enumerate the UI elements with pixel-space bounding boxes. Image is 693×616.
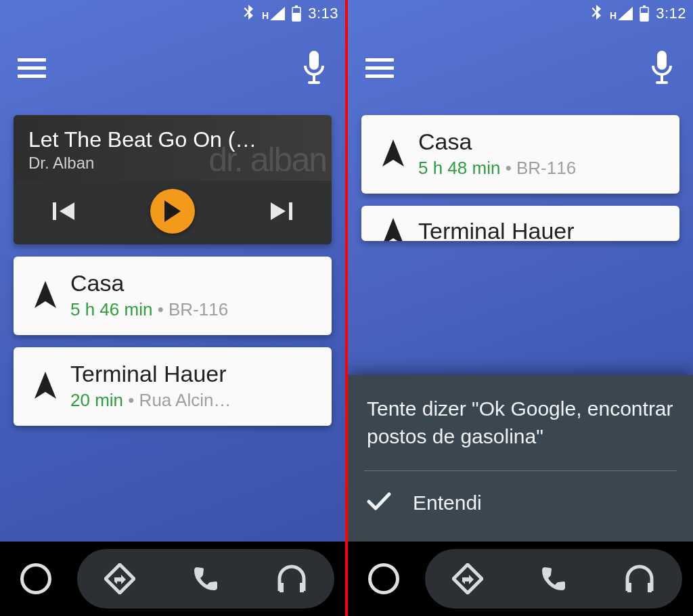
content-area: dr. alban Let The Beat Go On (… Dr. Alba… <box>0 108 345 542</box>
headphones-button[interactable] <box>619 558 660 599</box>
svg-rect-12 <box>661 74 663 81</box>
svg-rect-7 <box>289 202 292 220</box>
play-button[interactable] <box>150 189 195 234</box>
directions-button[interactable] <box>99 558 140 599</box>
home-button[interactable] <box>20 563 51 594</box>
navigate-icon <box>378 217 409 241</box>
nav-card-casa[interactable]: Casa 5 h 46 min • BR-116 <box>14 257 332 335</box>
music-controls <box>14 181 332 244</box>
previous-button[interactable] <box>48 194 82 228</box>
phone-button[interactable] <box>185 558 226 599</box>
top-bar <box>0 27 345 108</box>
track-artist: Dr. Alban <box>28 154 317 173</box>
clock: 3:13 <box>308 5 338 22</box>
track-title: Let The Beat Go On (… <box>28 127 317 152</box>
nav-title: Casa <box>70 270 319 296</box>
top-bar <box>348 27 693 108</box>
phone-button[interactable] <box>533 558 574 599</box>
battery-icon <box>292 5 301 22</box>
nav-title: Terminal Hauer <box>418 218 667 241</box>
next-button[interactable] <box>263 194 297 228</box>
home-button[interactable] <box>368 563 399 594</box>
nav-card-terminal[interactable]: Terminal Hauer <box>361 206 679 241</box>
svg-rect-2 <box>292 13 300 21</box>
network-h-icon: H <box>262 7 285 20</box>
svg-rect-13 <box>656 81 668 84</box>
nav-pill <box>77 549 334 609</box>
mic-button[interactable] <box>648 49 675 87</box>
navigate-icon <box>30 280 61 311</box>
screen-left: H 3:13 dr. alban Let The Beat Go <box>0 0 345 616</box>
nav-eta: 5 h 48 min <box>418 158 500 178</box>
bottom-nav <box>0 542 345 616</box>
status-bar: H 3:12 <box>348 0 693 27</box>
status-bar: H 3:13 <box>0 0 345 27</box>
nav-card-terminal[interactable]: Terminal Hauer 20 min • Rua Alcin… <box>14 347 332 426</box>
screen-right: H 3:12 Casa <box>348 0 693 616</box>
music-card[interactable]: dr. alban Let The Beat Go On (… Dr. Alba… <box>14 115 332 244</box>
headphones-button[interactable] <box>271 558 312 599</box>
got-it-button[interactable]: Entendi <box>367 471 674 514</box>
svg-rect-3 <box>309 51 319 70</box>
voice-tip-text: Tente dizer "Ok Google, encontrar postos… <box>367 395 674 450</box>
directions-button[interactable] <box>447 558 488 599</box>
check-icon <box>367 491 391 514</box>
nav-subtitle: 5 h 46 min • BR-116 <box>70 299 319 320</box>
svg-rect-10 <box>640 13 648 21</box>
clock: 3:12 <box>656 5 686 22</box>
menu-button[interactable] <box>18 58 46 78</box>
svg-rect-6 <box>53 202 56 220</box>
nav-subtitle: 20 min • Rua Alcin… <box>70 390 319 411</box>
mic-button[interactable] <box>300 49 328 87</box>
nav-pill <box>425 549 682 609</box>
navigate-icon <box>30 370 61 401</box>
svg-rect-5 <box>308 81 320 84</box>
bluetooth-icon <box>243 5 255 22</box>
nav-card-casa[interactable]: Casa 5 h 48 min • BR-116 <box>361 115 679 194</box>
nav-title: Terminal Hauer <box>70 361 319 387</box>
nav-route: BR-116 <box>169 299 228 320</box>
nav-eta: 5 h 46 min <box>70 299 152 320</box>
svg-rect-11 <box>657 51 667 70</box>
svg-rect-4 <box>313 74 315 81</box>
nav-title: Casa <box>418 129 667 155</box>
got-it-label: Entendi <box>413 491 482 514</box>
music-info: dr. alban Let The Beat Go On (… Dr. Alba… <box>14 115 332 181</box>
network-h-icon: H <box>610 7 633 20</box>
battery-icon <box>640 5 649 22</box>
nav-eta: 20 min <box>70 390 123 410</box>
nav-route: Rua Alcin… <box>139 390 231 410</box>
bluetooth-icon <box>591 5 603 22</box>
content-area: Casa 5 h 48 min • BR-116 Terminal Hauer <box>348 108 693 542</box>
bottom-nav <box>348 542 693 616</box>
nav-route: BR-116 <box>516 158 576 178</box>
menu-button[interactable] <box>365 58 394 78</box>
navigate-icon <box>378 138 409 169</box>
nav-subtitle: 5 h 48 min • BR-116 <box>418 158 667 179</box>
voice-tip-card: Tente dizer "Ok Google, encontrar postos… <box>348 375 693 542</box>
